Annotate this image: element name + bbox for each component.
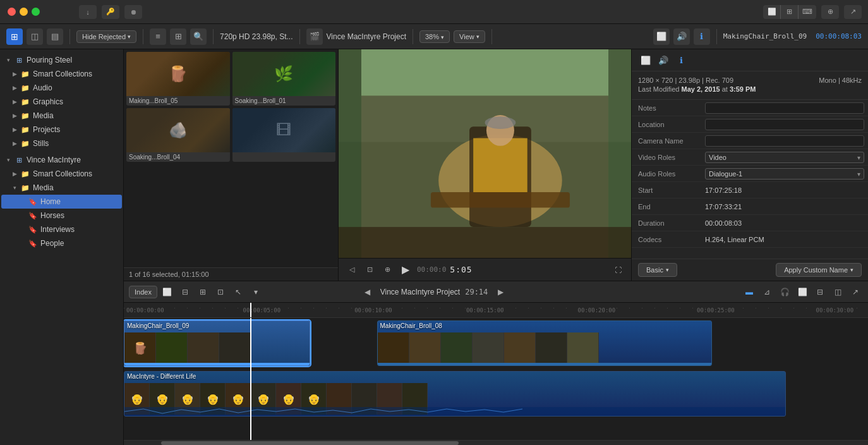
clip-options-icon[interactable]: ⊡	[213, 284, 228, 300]
field-camera-name: Camera Name	[632, 133, 868, 149]
sidebar-item-vince[interactable]: ▾ ⊞ Vince MacIntyre	[1, 153, 122, 167]
info-icon[interactable]: ℹ	[694, 28, 710, 45]
divider2	[143, 29, 143, 44]
sidebar-item-interviews[interactable]: ▶ 🔖 Interviews	[1, 222, 122, 236]
close-button[interactable]	[8, 8, 16, 16]
apply-custom-name-button[interactable]: Apply Custom Name ▾	[776, 263, 862, 277]
preview-controls: ◁ ⊡ ⊕ ▶ 00:00:05:05 ⛶	[339, 258, 631, 281]
overflow-icon[interactable]: ↗	[848, 284, 863, 300]
transform-icon[interactable]: ⊕	[821, 5, 839, 19]
timeline-clip-1[interactable]: MakingChair_Broll_09 🪵	[124, 320, 310, 366]
sidebar-item-smart-collections-1[interactable]: ▶ 📁 Smart Collections	[1, 67, 122, 81]
monitor-view-icon[interactable]: ⬜	[653, 28, 670, 45]
sidebar-item-home[interactable]: ▶ 🔖 Home	[1, 195, 122, 209]
zoom-control[interactable]: 38% ▾	[419, 30, 450, 43]
sidebar-item-vince-media[interactable]: ▾ 📁 Media	[1, 181, 122, 195]
maximize-button[interactable]	[32, 8, 40, 16]
field-start: Start 17:07:25:18	[632, 182, 868, 198]
audio-icon[interactable]: 🔊	[673, 28, 690, 45]
list-item[interactable]: 🎞	[232, 108, 336, 162]
clip-height-icon[interactable]: ▬	[742, 284, 757, 300]
share-icon[interactable]: ↗	[844, 5, 862, 19]
crop-icon[interactable]: ⊡	[363, 263, 377, 277]
inspector-info-icon[interactable]: ℹ	[673, 53, 689, 67]
keyboard-icon[interactable]: ⌨	[799, 5, 816, 19]
inspector-icons: ⬜ 🔊 ℹ	[638, 53, 689, 67]
inspector-header: ⬜ 🔊 ℹ	[632, 49, 868, 71]
record-icon[interactable]: ⏺	[124, 5, 142, 19]
basic-button[interactable]: Basic ▾	[638, 263, 677, 277]
svg-rect-9	[431, 192, 570, 207]
inspector-resolution-line: 1280 × 720 | 23.98p | Rec. 709 Mono | 48…	[638, 76, 862, 84]
minimize-button[interactable]	[20, 8, 28, 16]
video-roles-select[interactable]: Video Titles B-Roll	[705, 152, 864, 163]
timeline-settings-icon[interactable]: ◫	[830, 284, 845, 300]
monitor-icon[interactable]: ⬜	[763, 5, 781, 19]
list-item[interactable]: 🪵 Making...Broll_05	[126, 52, 230, 106]
search-icon[interactable]: 🔍	[190, 28, 207, 45]
sidebar-item-horses[interactable]: ▶ 🔖 Horses	[1, 209, 122, 222]
collapse-icon[interactable]: ⊟	[178, 284, 193, 300]
key-icon[interactable]: 🔑	[102, 5, 119, 19]
grid-view-icon[interactable]: ⊞	[170, 28, 186, 45]
next-btn[interactable]: ▶	[493, 284, 508, 300]
field-video-roles: Video Roles Video Titles B-Roll	[632, 149, 868, 166]
library-icon[interactable]: ⊞	[6, 28, 23, 45]
timeline-clip-3[interactable]: MacIntyre - Different Life 👴 👴 👴 👴 👴 👴 👴…	[124, 371, 786, 417]
cursor-icon[interactable]: ↖	[231, 284, 246, 300]
audio-lane-icon[interactable]: ⊟	[812, 284, 828, 300]
sidebar-item-graphics[interactable]: ▶ 📁 Graphics	[1, 95, 122, 109]
inspector-monitor-icon[interactable]: ⬜	[638, 53, 653, 67]
audio-roles-select[interactable]: Dialogue-1 Music Effects	[705, 168, 864, 180]
expand-icon[interactable]: ⊞	[195, 284, 210, 300]
svg-rect-11	[339, 227, 631, 258]
list-item[interactable]: 🪨 Soaking...Broll_04	[126, 108, 230, 162]
arrow-icon: ▶	[11, 99, 18, 105]
ruler-label-0: 00:00:00:00	[126, 307, 164, 314]
prev-btn[interactable]: ◀	[360, 284, 375, 300]
sidebar-item-vince-smart-collections[interactable]: ▶ 📁 Smart Collections	[1, 167, 122, 181]
field-value-start: 17:07:25:18	[701, 184, 868, 197]
prev-frame-icon[interactable]: ◁	[345, 263, 359, 277]
sidebar-item-media[interactable]: ▶ 📁 Media	[1, 109, 122, 123]
location-input[interactable]	[705, 119, 864, 130]
download-icon[interactable]: ↓	[79, 5, 97, 19]
frame: 🪵	[124, 332, 156, 364]
project-name: Vince MacIntyre Project	[327, 32, 407, 41]
sidebar-label-graphics: Graphics	[33, 97, 63, 106]
inspector-speaker-icon[interactable]: 🔊	[656, 53, 671, 67]
index-tab[interactable]: Index	[129, 286, 157, 298]
arrow-icon: ▾	[11, 185, 18, 191]
toolbar-right: ⬜ 🔊 ℹ MakingChair_Broll_09 00:00:08:03	[653, 28, 862, 45]
hide-rejected-btn[interactable]: Hide Rejected ▾	[76, 30, 136, 43]
transform-preview-icon[interactable]: ⊕	[380, 263, 394, 277]
view-btn[interactable]: View ▾	[454, 30, 485, 43]
headphone-icon[interactable]: 🎧	[777, 284, 792, 300]
notes-input[interactable]	[705, 102, 864, 114]
sidebar-label-media: Media	[33, 111, 54, 120]
ruler-label-5: 00:00:25:00	[697, 307, 735, 314]
list-item[interactable]: 🌿 Soaking...Broll_01	[232, 52, 336, 106]
sidebar-item-audio[interactable]: ▶ 📁 Audio	[1, 81, 122, 95]
scrollbar-thumb[interactable]	[161, 441, 459, 445]
fullscreen-icon[interactable]: ⛶	[611, 263, 625, 277]
keyword-icon: 🔖	[28, 238, 38, 248]
sidebar-item-stills[interactable]: ▶ 📁 Stills	[1, 137, 122, 150]
sidebar-item-pouring-steel[interactable]: ▾ ⊞ Pouring Steel	[1, 53, 122, 67]
timeline-view-icon[interactable]: ⬜	[795, 284, 810, 300]
camera-name-input[interactable]	[705, 135, 864, 147]
sidebar-item-projects[interactable]: ▶ 📁 Projects	[1, 123, 122, 137]
cursor-dropdown-icon[interactable]: ▾	[248, 284, 263, 300]
project-icon[interactable]: ▤	[47, 28, 63, 45]
waveform-icon[interactable]: ⊿	[759, 284, 775, 300]
timeline-toolbar: Index ⬜ ⊟ ⊞ ⊡ ↖ ▾ ◀ Vince MacIntyre Proj…	[124, 281, 868, 303]
monitor-grid-icon[interactable]: ⊞	[781, 5, 799, 19]
sidebar-item-people[interactable]: ▶ 🔖 People	[1, 236, 122, 250]
clip-appearance-icon[interactable]: ⬜	[160, 284, 175, 300]
sidebar-label-vince-smart: Smart Collections	[33, 169, 92, 178]
timeline-clip-2[interactable]: MakingChair_Broll_08	[377, 320, 712, 366]
play-button[interactable]: ▶	[398, 262, 413, 277]
event-icon[interactable]: ◫	[27, 28, 43, 45]
list-view-icon[interactable]: ≡	[150, 28, 166, 45]
timeline-scrollbar[interactable]	[124, 440, 868, 445]
